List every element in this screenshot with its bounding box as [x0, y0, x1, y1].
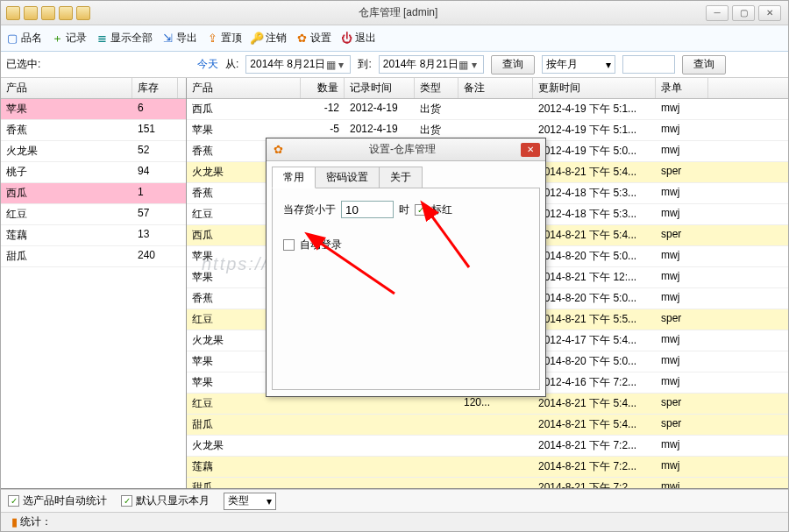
threshold-input[interactable] [341, 201, 394, 218]
window-title: 仓库管理 [admin] [90, 5, 706, 20]
record-row[interactable]: 西瓜-122012-4-19出货2012-4-19 下午 5:1...mwj [187, 99, 788, 120]
auto-stat-checkbox[interactable]: ✓选产品时自动统计 [8, 493, 107, 508]
tab-password[interactable]: 密码设置 [315, 167, 380, 188]
filter-bar: 已选中: 今天 从: 2014年 8月21日▦▾ 到: 2014年 8月21日▦… [1, 52, 788, 78]
stock-row[interactable]: 桃子94 [1, 162, 186, 183]
minimize-button[interactable]: ─ [706, 5, 729, 21]
main-toolbar: ▢品名＋记录≣显示全部⇲导出⇪置顶🔑注销✿设置⏻退出 [1, 25, 788, 52]
export-icon: ⇲ [161, 32, 174, 45]
stock-row[interactable]: 红豆57 [1, 204, 186, 225]
footer-bar: ✓选产品时自动统计 ✓默认只显示本月 类型▾ [1, 489, 788, 512]
exit-icon: ⏻ [340, 32, 352, 45]
dialog-close-button[interactable]: ✕ [521, 143, 540, 157]
calendar-icon: ▦ [458, 59, 469, 71]
tb-exit[interactable]: ⏻退出 [340, 31, 376, 46]
dialog-tabs: 常用 密码设置 关于 [267, 161, 545, 188]
range-select[interactable]: 按年月▾ [542, 55, 615, 74]
dialog-title: 设置-仓库管理 [284, 142, 521, 157]
tb-logout[interactable]: 🔑注销 [251, 31, 287, 46]
date-to[interactable]: 2014年 8月21日▦▾ [379, 55, 484, 74]
stock-row[interactable]: 香蕉151 [1, 120, 186, 141]
dialog-body: 当存货小于 时 ✓ 标红 自动登录 [272, 188, 540, 390]
record-header: 产品 数量 记录时间 类型 备注 更新时间 录单 [187, 78, 788, 99]
stock-row[interactable]: 西瓜1 [1, 183, 186, 204]
from-label: 从: [225, 57, 238, 72]
chevron-down-icon: ▾ [606, 59, 611, 71]
gear-icon: ✿ [272, 144, 284, 156]
stock-row[interactable]: 苹果6 [1, 99, 186, 120]
pname-icon: ▢ [6, 32, 18, 45]
query-button[interactable]: 查询 [491, 55, 535, 74]
close-button[interactable]: ✕ [758, 5, 781, 21]
chevron-down-icon: ▾ [267, 495, 272, 507]
tb-showall[interactable]: ≣显示全部 [96, 31, 153, 46]
mark-red-label: 标红 [431, 202, 452, 217]
threshold-pre-label: 当存货小于 [283, 202, 336, 217]
mark-red-checkbox[interactable]: ✓ [415, 204, 426, 216]
stock-header: 产品 库存 [1, 78, 186, 99]
record-icon: ＋ [51, 32, 63, 45]
settings-icon: ✿ [295, 32, 308, 45]
tab-common[interactable]: 常用 [272, 167, 316, 188]
col-product: 产品 [1, 78, 132, 98]
chevron-down-icon: ▾ [336, 59, 346, 71]
type-select[interactable]: 类型▾ [224, 493, 276, 510]
search-button[interactable]: 查询 [682, 55, 726, 74]
record-row[interactable]: 莲藕2014-8-21 下午 7:2...mwj [187, 457, 788, 478]
calendar-icon: ▦ [325, 59, 336, 71]
logout-icon: 🔑 [251, 32, 263, 45]
title-bar: 仓库管理 [admin] ─ ▢ ✕ [1, 1, 788, 25]
threshold-post-label: 时 [399, 202, 409, 217]
top-icon: ⇪ [206, 32, 218, 45]
today-link[interactable]: 今天 [197, 57, 218, 72]
to-label: 到: [358, 57, 371, 72]
status-bar: ▮ 统计： [1, 512, 788, 531]
settings-dialog: ✿ 设置-仓库管理 ✕ 常用 密码设置 关于 当存货小于 时 ✓ 标红 自动登录 [266, 138, 546, 397]
only-month-checkbox[interactable]: ✓默认只显示本月 [121, 493, 210, 508]
tb-export[interactable]: ⇲导出 [161, 31, 197, 46]
selected-label: 已选中: [6, 57, 190, 72]
record-row[interactable]: 甜瓜2014-8-21 下午 7:2...mwj [187, 478, 788, 488]
stock-table: 产品 库存 苹果6香蕉151火龙果52桃子94西瓜1红豆57莲藕13甜瓜240 [1, 78, 187, 488]
stats-icon: ▮ [8, 516, 20, 528]
stock-row[interactable]: 甜瓜240 [1, 246, 186, 267]
search-input[interactable] [622, 55, 675, 74]
tab-about[interactable]: 关于 [379, 167, 423, 188]
stock-row[interactable]: 莲藕13 [1, 225, 186, 246]
col-stock: 库存 [132, 78, 178, 98]
record-row[interactable]: 甜瓜2014-8-21 下午 5:4...sper [187, 415, 788, 436]
tb-record[interactable]: ＋记录 [51, 31, 87, 46]
chevron-down-icon: ▾ [469, 59, 480, 71]
title-left-icons [1, 6, 90, 20]
auto-login-label: 自动登录 [300, 238, 342, 252]
auto-login-checkbox[interactable] [283, 239, 295, 251]
showall-icon: ≣ [96, 32, 108, 45]
tb-pname[interactable]: ▢品名 [6, 31, 42, 46]
date-from[interactable]: 2014年 8月21日▦▾ [245, 55, 351, 74]
tb-top[interactable]: ⇪置顶 [206, 31, 242, 46]
record-row[interactable]: 火龙果2014-8-21 下午 7:2...mwj [187, 436, 788, 457]
tb-settings[interactable]: ✿设置 [295, 31, 331, 46]
stock-row[interactable]: 火龙果52 [1, 141, 186, 162]
maximize-button[interactable]: ▢ [732, 5, 755, 21]
